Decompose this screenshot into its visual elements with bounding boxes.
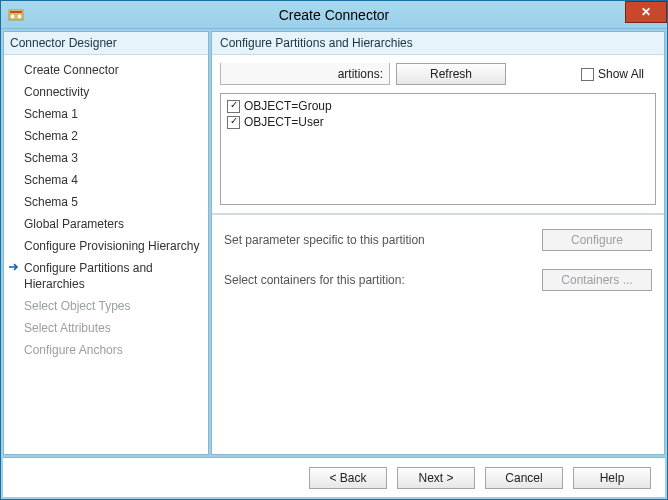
cancel-button[interactable]: Cancel [485,467,563,489]
sidebar-item-0[interactable]: Create Connector [4,59,208,81]
sidebar-item-10: Select Object Types [4,295,208,317]
sidebar-item-label: Configure Anchors [24,342,123,358]
containers-button[interactable]: Containers ... [542,269,652,291]
configure-label: Set parameter specific to this partition [224,233,425,247]
sidebar-item-6[interactable]: Schema 5 [4,191,208,213]
partition-options-pane: Set parameter specific to this partition… [212,215,664,305]
close-button[interactable]: ✕ [625,1,667,23]
arrow-right-icon [8,261,20,277]
partition-item-0[interactable]: OBJECT=Group [227,98,649,114]
back-button[interactable]: < Back [309,467,387,489]
partitions-pane: artitions: Refresh Show All OBJECT=Group… [212,55,664,215]
configure-button[interactable]: Configure [542,229,652,251]
refresh-button[interactable]: Refresh [396,63,506,85]
sidebar: Connector Designer Create ConnectorConne… [3,31,209,455]
svg-rect-3 [17,14,22,19]
sidebar-item-label: Schema 5 [24,194,78,210]
show-all-checkbox[interactable]: Show All [581,67,644,81]
window-root: Create Connector ✕ Connector Designer Cr… [0,0,668,500]
sidebar-item-label: Select Attributes [24,320,111,336]
checkbox-icon [227,100,240,113]
svg-rect-2 [10,14,15,19]
configure-row: Set parameter specific to this partition… [224,229,652,251]
help-button[interactable]: Help [573,467,651,489]
sidebar-item-11: Select Attributes [4,317,208,339]
sidebar-item-4[interactable]: Schema 3 [4,147,208,169]
sidebar-item-label: Connectivity [24,84,89,100]
checkbox-icon [227,116,240,129]
checkbox-icon [581,68,594,81]
partition-item-label: OBJECT=User [244,115,324,129]
sidebar-item-label: Schema 4 [24,172,78,188]
close-icon: ✕ [641,5,651,19]
sidebar-item-label: Configure Provisioning Hierarchy [24,238,199,254]
sidebar-item-7[interactable]: Global Parameters [4,213,208,235]
app-icon [7,6,25,24]
partitions-label-fragment: artitions: [220,63,390,85]
sidebar-item-3[interactable]: Schema 2 [4,125,208,147]
window-title: Create Connector [1,7,667,23]
containers-label: Select containers for this partition: [224,273,405,287]
next-button[interactable]: Next > [397,467,475,489]
partition-item-label: OBJECT=Group [244,99,332,113]
sidebar-item-label: Create Connector [24,62,119,78]
sidebar-item-label: Select Object Types [24,298,131,314]
sidebar-item-label: Schema 1 [24,106,78,122]
sidebar-item-8[interactable]: Configure Provisioning Hierarchy [4,235,208,257]
svg-rect-1 [10,11,22,13]
sidebar-item-2[interactable]: Schema 1 [4,103,208,125]
wizard-footer: < Back Next > Cancel Help [3,457,665,497]
sidebar-item-label: Configure Partitions and Hierarchies [24,260,202,292]
partitions-toolbar: artitions: Refresh Show All [220,61,656,87]
sidebar-item-label: Schema 2 [24,128,78,144]
body: Connector Designer Create ConnectorConne… [1,29,667,457]
partitions-listbox[interactable]: OBJECT=GroupOBJECT=User [220,93,656,205]
sidebar-item-12: Configure Anchors [4,339,208,361]
main-panel: Configure Partitions and Hierarchies art… [211,31,665,455]
sidebar-item-1[interactable]: Connectivity [4,81,208,103]
sidebar-item-label: Global Parameters [24,216,124,232]
containers-row: Select containers for this partition: Co… [224,269,652,291]
partition-item-1[interactable]: OBJECT=User [227,114,649,130]
main-header: Configure Partitions and Hierarchies [212,32,664,55]
sidebar-item-label: Schema 3 [24,150,78,166]
show-all-label: Show All [598,67,644,81]
sidebar-nav: Create ConnectorConnectivitySchema 1Sche… [4,55,208,365]
sidebar-header: Connector Designer [4,32,208,55]
sidebar-item-5[interactable]: Schema 4 [4,169,208,191]
sidebar-item-9[interactable]: Configure Partitions and Hierarchies [4,257,208,295]
title-bar: Create Connector ✕ [1,1,667,29]
